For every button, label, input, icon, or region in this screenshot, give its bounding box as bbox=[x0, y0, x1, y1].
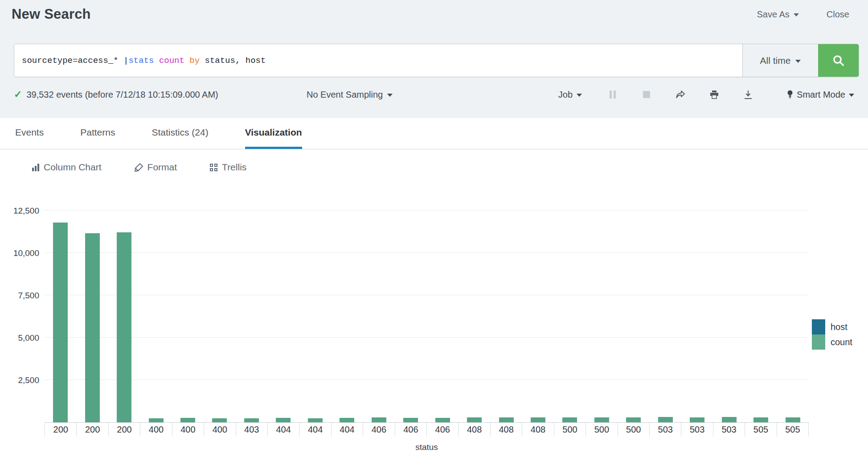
bar-slot bbox=[172, 202, 204, 422]
bar-404[interactable] bbox=[308, 418, 323, 423]
x-tick-label: 503 bbox=[681, 423, 712, 437]
tab-visualization[interactable]: Visualization bbox=[245, 118, 302, 149]
query-segment bbox=[154, 56, 159, 66]
bar-408[interactable] bbox=[531, 417, 545, 422]
query-segment: stats bbox=[128, 56, 154, 66]
save-as-button[interactable]: Save As bbox=[757, 9, 798, 20]
stop-button[interactable] bbox=[641, 91, 652, 99]
bar-slot bbox=[777, 202, 808, 422]
bar-400[interactable] bbox=[149, 418, 164, 422]
x-tick-label: 505 bbox=[745, 423, 776, 437]
bar-slot bbox=[490, 202, 522, 422]
export-button[interactable] bbox=[742, 90, 754, 99]
legend-swatch-count bbox=[812, 334, 825, 350]
bar-slot bbox=[45, 202, 76, 422]
trellis-button[interactable]: Trellis bbox=[210, 162, 246, 173]
bar-503[interactable] bbox=[658, 417, 673, 422]
bar-505[interactable] bbox=[786, 417, 800, 422]
job-menu[interactable]: Job bbox=[558, 90, 582, 100]
bar-408[interactable] bbox=[499, 417, 514, 422]
bar-slot bbox=[236, 202, 267, 422]
page-title: New Search bbox=[12, 6, 91, 22]
bar-400[interactable] bbox=[212, 418, 227, 423]
bar-slot bbox=[713, 202, 745, 422]
bar-503[interactable] bbox=[690, 417, 704, 422]
x-tick-label: 404 bbox=[299, 423, 331, 437]
query-segment: by bbox=[189, 56, 200, 66]
header: New Search Save As Close bbox=[12, 6, 849, 22]
bar-406[interactable] bbox=[435, 418, 450, 422]
bar-slot bbox=[267, 202, 299, 422]
share-button[interactable] bbox=[675, 90, 686, 99]
query-segment: sourcetype=access_* | bbox=[22, 56, 128, 66]
bars bbox=[45, 202, 809, 422]
search-button[interactable] bbox=[818, 44, 859, 77]
stop-icon bbox=[643, 91, 651, 99]
chart-type-picker[interactable]: Column Chart bbox=[32, 162, 102, 173]
bar-200[interactable] bbox=[53, 223, 68, 422]
bar-500[interactable] bbox=[594, 417, 609, 422]
bar-500[interactable] bbox=[562, 417, 577, 422]
x-tick-label: 503 bbox=[649, 423, 681, 437]
bar-slot bbox=[650, 202, 681, 422]
x-tick-label: 408 bbox=[458, 423, 490, 437]
bar-400[interactable] bbox=[180, 418, 195, 422]
success-check-icon: ✓ bbox=[14, 89, 22, 100]
bar-slot bbox=[76, 202, 108, 422]
close-button[interactable]: Close bbox=[827, 9, 849, 20]
trellis-label: Trellis bbox=[222, 162, 246, 173]
bar-404[interactable] bbox=[276, 418, 291, 422]
bar-503[interactable] bbox=[722, 417, 737, 422]
query-segment: status, host bbox=[200, 56, 266, 66]
bar-505[interactable] bbox=[753, 417, 768, 422]
result-count-text: 39,532 events (before 7/12/18 10:15:09.0… bbox=[26, 90, 218, 100]
bar-slot bbox=[299, 202, 331, 422]
y-tick-label: 10,000 bbox=[0, 248, 39, 258]
bar-404[interactable] bbox=[340, 418, 354, 422]
search-mode-dropdown[interactable]: Smart Mode bbox=[787, 90, 854, 100]
chart-type-label: Column Chart bbox=[44, 162, 102, 173]
bar-slot bbox=[681, 202, 713, 422]
legend-label-host: host bbox=[831, 322, 848, 332]
chevron-down-icon bbox=[577, 94, 582, 97]
event-sampling-dropdown[interactable]: No Event Sampling bbox=[307, 85, 393, 104]
chart-legend: host count bbox=[812, 319, 852, 350]
tab-statistics[interactable]: Statistics (24) bbox=[151, 118, 208, 149]
x-tick-label: 408 bbox=[522, 423, 553, 437]
legend-item-host[interactable]: host bbox=[812, 319, 852, 334]
format-label: Format bbox=[147, 162, 177, 173]
search-input[interactable]: sourcetype=access_* |stats count by stat… bbox=[14, 44, 742, 77]
bar-500[interactable] bbox=[626, 417, 641, 422]
time-range-label: All time bbox=[760, 55, 791, 66]
time-range-picker[interactable]: All time bbox=[742, 44, 818, 77]
chevron-down-icon bbox=[794, 13, 799, 16]
format-button[interactable]: Format bbox=[135, 162, 177, 173]
x-tick-label: 404 bbox=[331, 423, 363, 437]
legend-item-count[interactable]: count bbox=[812, 334, 852, 350]
x-axis-labels: 2002002004004004004034044044044064064064… bbox=[45, 423, 809, 437]
chevron-down-icon bbox=[795, 60, 801, 63]
bar-slot bbox=[426, 202, 458, 422]
query-segment bbox=[184, 56, 189, 66]
x-tick-label: 200 bbox=[76, 423, 108, 437]
bar-slot bbox=[522, 202, 554, 422]
bar-403[interactable] bbox=[244, 418, 259, 423]
x-tick-label: 500 bbox=[618, 423, 649, 437]
bar-slot bbox=[586, 202, 618, 422]
bar-406[interactable] bbox=[372, 417, 386, 422]
x-tick-label: 505 bbox=[777, 423, 809, 437]
x-tick-label: 200 bbox=[108, 423, 140, 437]
bar-200[interactable] bbox=[117, 232, 131, 422]
bar-200[interactable] bbox=[85, 233, 100, 422]
bar-406[interactable] bbox=[403, 418, 418, 422]
column-chart: 2,5005,0007,50010,00012,500 200200200400… bbox=[0, 192, 868, 462]
tab-patterns[interactable]: Patterns bbox=[80, 118, 115, 149]
tab-events[interactable]: Events bbox=[15, 118, 44, 149]
pause-button[interactable] bbox=[607, 90, 618, 99]
close-label: Close bbox=[827, 9, 849, 20]
bar-408[interactable] bbox=[467, 417, 482, 422]
job-label: Job bbox=[558, 90, 573, 100]
visualization-toolbar: Column Chart Format Trellis bbox=[32, 157, 246, 177]
print-button[interactable] bbox=[708, 90, 720, 99]
bar-slot bbox=[459, 202, 490, 422]
